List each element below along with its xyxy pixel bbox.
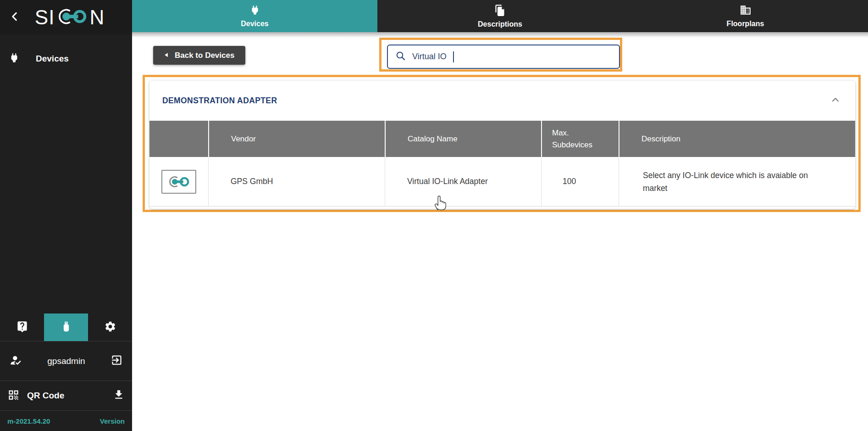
column-header-vendor: Vendor bbox=[208, 121, 385, 157]
user-row: gpsadmin bbox=[0, 341, 132, 381]
building-icon bbox=[740, 4, 752, 18]
back-button-label: Back to Devices bbox=[175, 51, 234, 60]
table-row-virtual-io-link-adapter[interactable]: GPS GmbH Virtual IO-Link Adapter 100 Sel… bbox=[149, 157, 855, 207]
tab-floorplans[interactable]: Floorplans bbox=[623, 0, 868, 32]
person-check-icon bbox=[9, 354, 22, 369]
documents-icon bbox=[494, 4, 506, 18]
sidebar-item-devices[interactable]: Devices bbox=[0, 47, 132, 70]
adapter-panel: DEMONSTRATION ADAPTER Vendor Catalog Nam… bbox=[149, 81, 855, 209]
triangle-left-icon bbox=[164, 51, 168, 60]
collapse-sidebar-button[interactable] bbox=[6, 9, 23, 26]
usb-devices-button[interactable] bbox=[44, 313, 88, 341]
column-header-catalog-name: Catalog Name bbox=[385, 121, 541, 157]
sidebar-spacer bbox=[0, 70, 132, 313]
app-window: SI N Devices bbox=[0, 0, 868, 431]
column-header-max-subdevices: Max. Subdevices bbox=[541, 121, 619, 157]
search-highlight-box: Virtual IO bbox=[379, 38, 622, 72]
vendor-cell: GPS GmbH bbox=[208, 157, 385, 206]
download-icon bbox=[113, 394, 125, 402]
sidebar-tool-row bbox=[0, 313, 132, 341]
sidebar-item-label: Devices bbox=[36, 54, 69, 64]
chevron-up-icon bbox=[830, 95, 840, 107]
column-header-logo bbox=[149, 121, 208, 157]
logo-text-prefix: SI bbox=[35, 7, 55, 28]
logo-text-suffix: N bbox=[89, 7, 105, 28]
search-value: Virtual IO bbox=[412, 52, 447, 62]
plug-icon bbox=[8, 52, 20, 66]
search-icon bbox=[395, 50, 406, 63]
gps-vendor-logo bbox=[161, 170, 196, 194]
sicon-logo: SI N bbox=[23, 6, 116, 28]
tab-descriptions[interactable]: Descriptions bbox=[377, 0, 623, 32]
description-cell: Select any IO-Link device which is avaia… bbox=[619, 157, 855, 206]
back-to-devices-button[interactable]: Back to Devices bbox=[153, 46, 245, 65]
qr-code-icon bbox=[7, 389, 20, 403]
download-qr-button[interactable] bbox=[113, 389, 125, 403]
sidebar: SI N Devices bbox=[0, 0, 132, 431]
username-label: gpsadmin bbox=[22, 356, 111, 366]
help-button[interactable] bbox=[0, 313, 44, 341]
co-link-mark-icon bbox=[55, 6, 88, 28]
panel-title: DEMONSTRATION ADAPTER bbox=[162, 96, 829, 106]
main-content: Back to Devices Virtual IO DEMONSTRATION… bbox=[132, 32, 868, 431]
tab-label: Descriptions bbox=[478, 20, 522, 28]
max-subdevices-cell: 100 bbox=[541, 157, 619, 206]
sidebar-header: SI N bbox=[0, 0, 132, 34]
settings-button[interactable] bbox=[88, 313, 132, 341]
version-value: m-2021.54.20 bbox=[7, 417, 50, 425]
logout-button[interactable] bbox=[111, 354, 123, 368]
qr-code-row[interactable]: QR Code bbox=[0, 381, 132, 410]
search-input[interactable]: Virtual IO bbox=[387, 45, 620, 69]
gear-icon bbox=[104, 320, 116, 335]
text-caret bbox=[453, 51, 454, 62]
tab-label: Devices bbox=[241, 20, 269, 28]
top-tab-bar: Devices Descriptions Floorplans bbox=[132, 0, 868, 32]
plug-icon bbox=[249, 4, 261, 18]
help-icon bbox=[16, 320, 28, 335]
tab-label: Floorplans bbox=[727, 20, 764, 28]
qr-code-label: QR Code bbox=[27, 391, 105, 401]
usb-icon bbox=[60, 320, 72, 335]
version-row: m-2021.54.20 Version bbox=[0, 411, 132, 431]
panel-header: DEMONSTRATION ADAPTER bbox=[149, 81, 855, 121]
catalog-name-cell: Virtual IO-Link Adapter bbox=[385, 157, 541, 206]
version-label: Version bbox=[100, 417, 125, 425]
chevron-left-icon bbox=[9, 11, 21, 24]
vendor-logo-cell bbox=[149, 157, 208, 206]
collapse-panel-button[interactable] bbox=[829, 95, 841, 107]
column-header-description: Description bbox=[619, 121, 855, 157]
logout-icon bbox=[111, 360, 123, 368]
table-header-row: Vendor Catalog Name Max. Subdevices Desc… bbox=[149, 121, 855, 157]
tab-devices[interactable]: Devices bbox=[132, 0, 377, 32]
